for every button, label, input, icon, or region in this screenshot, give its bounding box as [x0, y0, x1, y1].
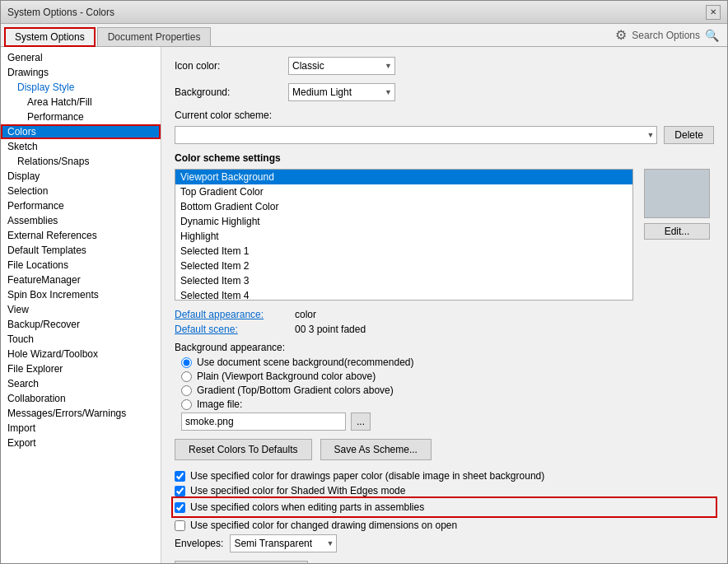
radio-plain-input[interactable] — [181, 371, 192, 382]
sidebar-item-assemblies[interactable]: Assemblies — [1, 213, 161, 228]
sidebar-item-default-templates[interactable]: Default Templates — [1, 243, 161, 258]
checkbox-drawings-paper-row: Use specified color for drawings paper c… — [175, 470, 714, 482]
sidebar-item-export[interactable]: Export — [1, 436, 161, 450]
main-window: System Options - Colors ✕ System Options… — [0, 0, 728, 564]
radio-image-input[interactable] — [181, 399, 192, 410]
envelope-row: Envelopes: Semi Transparent Opaque Trans… — [175, 534, 714, 552]
checkbox-drawings-paper[interactable] — [175, 471, 185, 482]
reset-colors-button[interactable]: Reset Colors To Defaults — [175, 439, 312, 460]
sidebar-item-backup-recover[interactable]: Backup/Recover — [1, 317, 161, 332]
sidebar-item-general[interactable]: General — [1, 50, 161, 65]
close-button[interactable]: ✕ — [706, 5, 721, 20]
default-appearance-link[interactable]: Default appearance: — [175, 309, 290, 320]
action-buttons-row: Reset Colors To Defaults Save As Scheme.… — [175, 439, 714, 460]
color-list-item-selected-3[interactable]: Selected Item 3 — [175, 273, 632, 288]
icon-color-row: Icon color: Classic — [175, 57, 714, 75]
envelopes-dropdown[interactable]: Semi Transparent Opaque Transparent — [230, 534, 337, 552]
sidebar-item-import[interactable]: Import — [1, 421, 161, 436]
checkbox-changed-drawing-row: Use specified color for changed drawing … — [175, 520, 714, 531]
title-bar: System Options - Colors ✕ — [1, 1, 727, 24]
radio-plain-label: Plain (Viewport Background color above) — [197, 371, 376, 382]
default-scene-value: 00 3 point faded — [295, 324, 366, 335]
envelopes-dropdown-wrapper: Semi Transparent Opaque Transparent — [230, 534, 337, 552]
icon-color-dropdown[interactable]: Classic — [288, 57, 395, 75]
default-appearance-value: color — [295, 309, 316, 320]
color-list-item-top-gradient[interactable]: Top Gradient Color — [175, 184, 632, 199]
radio-document-scene-label: Use document scene background(recommende… — [197, 357, 413, 368]
icon-color-label: Icon color: — [175, 60, 282, 72]
checkbox-editing-parts[interactable] — [175, 502, 185, 513]
image-file-row: ... — [175, 413, 714, 431]
default-scene-link[interactable]: Default scene: — [175, 324, 290, 335]
color-scheme-settings-section: Color scheme settings Viewport Backgroun… — [175, 152, 714, 301]
tab-document-properties[interactable]: Document Properties — [97, 27, 212, 46]
goto-document-colors-button[interactable]: Go To Document Colors — [175, 561, 308, 563]
color-scheme-settings-title: Color scheme settings — [175, 152, 714, 164]
color-list-item-dynamic-highlight[interactable]: Dynamic Highlight — [175, 214, 632, 229]
sidebar-item-selection[interactable]: Selection — [1, 184, 161, 198]
sidebar-item-feature-manager[interactable]: FeatureManager — [1, 273, 161, 287]
image-file-input[interactable] — [181, 413, 346, 431]
gear-icon: ⚙ — [615, 27, 627, 43]
color-scheme-dropdown-wrapper — [175, 126, 657, 144]
sidebar-item-drawings[interactable]: Drawings — [1, 65, 161, 80]
icon-color-dropdown-wrapper: Classic — [288, 57, 395, 75]
current-color-scheme-row: Current color scheme: — [175, 110, 714, 121]
sidebar-item-area-hatch-fill[interactable]: Area Hatch/Fill — [1, 95, 161, 110]
sidebar-item-colors[interactable]: Colors — [1, 124, 161, 139]
sidebar-item-performance-sub[interactable]: Performance — [1, 110, 161, 124]
checkbox-editing-parts-row: Use specified colors when editing parts … — [175, 500, 714, 515]
sidebar-item-file-locations[interactable]: File Locations — [1, 258, 161, 273]
radio-plain: Plain (Viewport Background color above) — [175, 371, 714, 382]
background-appearance-section: Background appearance: Use document scen… — [175, 342, 714, 431]
color-list-item-selected-4[interactable]: Selected Item 4 — [175, 288, 632, 301]
radio-document-scene-input[interactable] — [181, 357, 192, 368]
background-row: Background: Medium Light Light Dark Cust… — [175, 83, 714, 101]
checkbox-changed-drawing[interactable] — [175, 520, 185, 531]
color-swatch — [644, 169, 710, 218]
sidebar-item-display[interactable]: Display — [1, 169, 161, 184]
sidebar-item-file-explorer[interactable]: File Explorer — [1, 361, 161, 376]
tab-system-options[interactable]: System Options — [4, 27, 96, 47]
radio-gradient-label: Gradient (Top/Bottom Gradient colors abo… — [197, 385, 394, 396]
color-list-item-highlight[interactable]: Highlight — [175, 229, 632, 244]
sidebar-item-display-style[interactable]: Display Style — [1, 80, 161, 95]
sidebar-item-relations-snaps[interactable]: Relations/Snaps — [1, 154, 161, 169]
radio-gradient-input[interactable] — [181, 385, 192, 396]
sidebar-item-messages-errors-warnings[interactable]: Messages/Errors/Warnings — [1, 406, 161, 421]
delete-scheme-button[interactable]: Delete — [664, 126, 714, 144]
color-list[interactable]: Viewport Background Top Gradient Color B… — [175, 169, 633, 301]
sidebar-item-view[interactable]: View — [1, 302, 161, 317]
background-label: Background: — [175, 86, 282, 98]
color-list-item-bottom-gradient[interactable]: Bottom Gradient Color — [175, 199, 632, 214]
background-dropdown[interactable]: Medium Light Light Dark Custom — [288, 83, 395, 101]
search-area: ⚙ Search Options 🔍 — [607, 24, 727, 46]
color-list-item-viewport-background[interactable]: Viewport Background — [175, 170, 632, 184]
edit-color-button[interactable]: Edit... — [644, 223, 710, 240]
save-as-scheme-button[interactable]: Save As Scheme... — [320, 439, 432, 460]
browse-button[interactable]: ... — [351, 413, 371, 431]
default-scene-row: Default scene: 00 3 point faded — [175, 324, 714, 335]
color-list-area: Viewport Background Top Gradient Color B… — [175, 169, 714, 301]
search-icon: 🔍 — [705, 29, 719, 42]
search-label: Search Options — [632, 30, 700, 41]
color-list-item-selected-1[interactable]: Selected Item 1 — [175, 244, 632, 259]
sidebar-item-touch[interactable]: Touch — [1, 332, 161, 347]
background-dropdown-wrapper: Medium Light Light Dark Custom — [288, 83, 395, 101]
checkbox-shaded-edges[interactable] — [175, 486, 185, 496]
sidebar-item-search[interactable]: Search — [1, 376, 161, 391]
sidebar-item-spin-box-increments[interactable]: Spin Box Increments — [1, 287, 161, 302]
default-appearance-row: Default appearance: color — [175, 309, 714, 320]
tab-bar: System Options Document Properties — [1, 24, 607, 46]
sidebar-item-collaboration[interactable]: Collaboration — [1, 391, 161, 406]
sidebar-item-performance[interactable]: Performance — [1, 198, 161, 213]
color-list-item-selected-2[interactable]: Selected Item 2 — [175, 259, 632, 273]
radio-gradient: Gradient (Top/Bottom Gradient colors abo… — [175, 385, 714, 396]
sidebar-item-hole-wizard-toolbox[interactable]: Hole Wizard/Toolbox — [1, 347, 161, 361]
sidebar-item-sketch[interactable]: Sketch — [1, 139, 161, 154]
checkbox-shaded-edges-label: Use specified color for Shaded With Edge… — [190, 485, 405, 496]
sidebar-item-external-references[interactable]: External References — [1, 228, 161, 243]
checkbox-changed-drawing-label: Use specified color for changed drawing … — [190, 520, 457, 531]
color-scheme-dropdown[interactable] — [175, 126, 657, 144]
current-color-scheme-label: Current color scheme: — [175, 110, 282, 121]
